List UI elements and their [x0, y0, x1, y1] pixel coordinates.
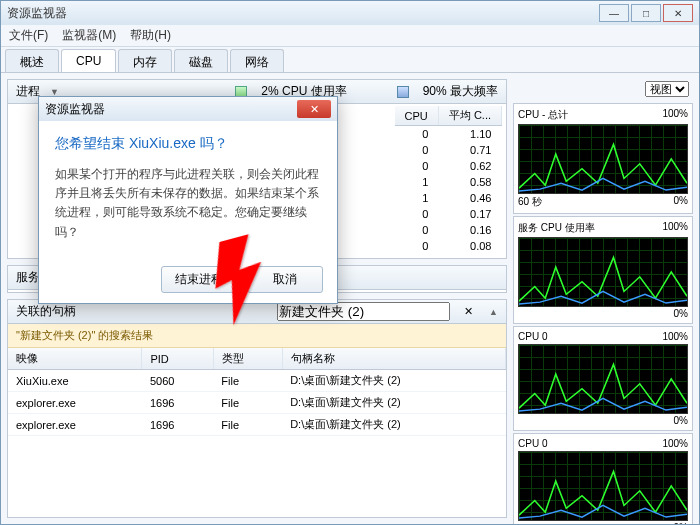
col-type[interactable]: 类型 — [213, 348, 282, 370]
dialog-close-button[interactable]: ✕ — [297, 100, 331, 118]
view-dropdown[interactable]: 视图 — [645, 81, 689, 97]
graph-foot-right: 0% — [674, 195, 688, 209]
graph-canvas — [518, 451, 688, 521]
handles-panel: 关联的句柄 ✕ ▲ "新建文件夹 (2)" 的搜索结果 映像 PID 类型 句柄… — [7, 299, 507, 518]
menubar: 文件(F) 监视器(M) 帮助(H) — [1, 25, 699, 47]
cancel-button[interactable]: 取消 — [247, 266, 323, 293]
tab-cpu[interactable]: CPU — [61, 49, 116, 72]
process-row[interactable]: 00.16 — [395, 222, 502, 238]
handles-title: 关联的句柄 — [16, 303, 76, 320]
process-row[interactable]: 00.17 — [395, 206, 502, 222]
graph-title: 服务 CPU 使用率 — [518, 221, 595, 235]
handle-row[interactable]: explorer.exe1696FileD:\桌面\新建文件夹 (2) — [8, 414, 506, 436]
col-cpu[interactable]: CPU — [395, 106, 439, 126]
graph-max: 100% — [662, 108, 688, 122]
graph-0: CPU - 总计100% 60 秒0% — [513, 103, 693, 214]
graph-title: CPU 0 — [518, 438, 547, 449]
col-pid[interactable]: PID — [142, 348, 213, 370]
dialog-titlebar[interactable]: 资源监视器 ✕ — [39, 97, 337, 121]
window-title: 资源监视器 — [7, 5, 67, 22]
process-row[interactable]: 10.46 — [395, 190, 502, 206]
minimize-button[interactable]: — — [599, 4, 629, 22]
search-clear-icon[interactable]: ✕ — [464, 305, 473, 318]
chevron-down-icon: ▲ — [489, 307, 498, 317]
graph-canvas — [518, 124, 688, 194]
process-table-partial: CPU平均 C... 01.1000.7100.6210.5810.4600.1… — [395, 106, 502, 254]
graph-foot-left: 60 秒 — [518, 195, 542, 209]
col-handle-name[interactable]: 句柄名称 — [282, 348, 505, 370]
menu-monitor[interactable]: 监视器(M) — [62, 27, 116, 44]
services-title: 服务 — [16, 269, 40, 286]
graph-canvas — [518, 237, 688, 307]
tab-network[interactable]: 网络 — [230, 49, 284, 72]
graph-max: 100% — [662, 331, 688, 342]
col-avg[interactable]: 平均 C... — [438, 106, 501, 126]
dialog-message: 如果某个打开的程序与此进程关联，则会关闭此程序并且将丢失所有未保存的数据。如果结… — [55, 165, 321, 242]
graph-canvas — [518, 344, 688, 414]
end-process-button[interactable]: 结束进程 — [161, 266, 237, 293]
graph-foot-right: 0% — [674, 415, 688, 426]
graph-1: 服务 CPU 使用率100% 0% — [513, 216, 693, 324]
tab-overview[interactable]: 概述 — [5, 49, 59, 72]
handle-row[interactable]: XiuXiu.exe5060FileD:\桌面\新建文件夹 (2) — [8, 370, 506, 392]
graph-foot-right: 0% — [674, 522, 688, 524]
tab-memory[interactable]: 内存 — [118, 49, 172, 72]
dialog-question: 您希望结束 XiuXiu.exe 吗？ — [55, 135, 321, 153]
graph-max: 100% — [662, 221, 688, 235]
max-freq-icon — [397, 86, 409, 98]
graph-title: CPU 0 — [518, 331, 547, 342]
chevron-down-icon: ▼ — [50, 87, 59, 97]
handles-table: 映像 PID 类型 句柄名称 XiuXiu.exe5060FileD:\桌面\新… — [8, 348, 506, 436]
tabs: 概述 CPU 内存 磁盘 网络 — [1, 47, 699, 73]
process-row[interactable]: 00.08 — [395, 238, 502, 254]
handles-search-input[interactable] — [277, 302, 450, 321]
graph-2: CPU 0100% 0% — [513, 326, 693, 431]
graph-foot-right: 0% — [674, 308, 688, 319]
graph-view-selector: 视图 — [513, 79, 693, 99]
max-freq-label: 90% 最大频率 — [423, 83, 498, 100]
graph-title: CPU - 总计 — [518, 108, 568, 122]
process-row[interactable]: 10.58 — [395, 174, 502, 190]
dialog-title: 资源监视器 — [45, 101, 105, 118]
right-column: 视图 CPU - 总计100% 60 秒0% 服务 CPU 使用率100% 0%… — [513, 79, 693, 518]
graph-max: 100% — [662, 438, 688, 449]
processes-title: 进程 — [16, 83, 40, 100]
col-image[interactable]: 映像 — [8, 348, 142, 370]
process-row[interactable]: 00.62 — [395, 158, 502, 174]
confirm-dialog: 资源监视器 ✕ 您希望结束 XiuXiu.exe 吗？ 如果某个打开的程序与此进… — [38, 96, 338, 304]
titlebar[interactable]: 资源监视器 — □ ✕ — [1, 1, 699, 25]
close-button[interactable]: ✕ — [663, 4, 693, 22]
dialog-buttons: 结束进程 取消 — [39, 256, 337, 303]
process-row[interactable]: 01.10 — [395, 126, 502, 143]
maximize-button[interactable]: □ — [631, 4, 661, 22]
search-results-label: "新建文件夹 (2)" 的搜索结果 — [8, 324, 506, 348]
process-row[interactable]: 00.71 — [395, 142, 502, 158]
menu-file[interactable]: 文件(F) — [9, 27, 48, 44]
menu-help[interactable]: 帮助(H) — [130, 27, 171, 44]
dialog-body: 您希望结束 XiuXiu.exe 吗？ 如果某个打开的程序与此进程关联，则会关闭… — [39, 121, 337, 256]
tab-disk[interactable]: 磁盘 — [174, 49, 228, 72]
graph-3: CPU 0100% 0% — [513, 433, 693, 524]
handle-row[interactable]: explorer.exe1696FileD:\桌面\新建文件夹 (2) — [8, 392, 506, 414]
